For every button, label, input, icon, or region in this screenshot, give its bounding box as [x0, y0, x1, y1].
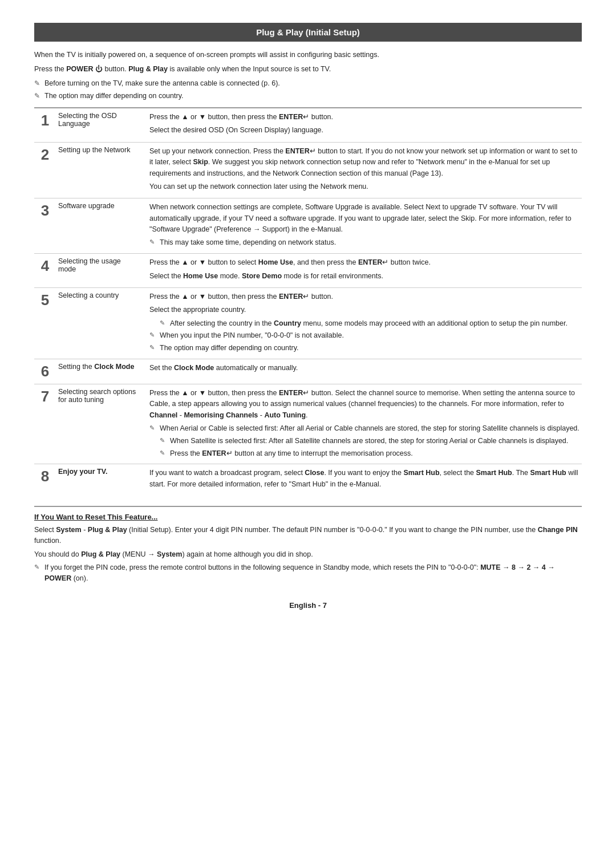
step-5-note3: The option may differ depending on count… [149, 343, 579, 354]
step-num-5: 5 [34, 287, 56, 359]
step-content-4: Press the ▲ or ▼ button to select Home U… [147, 254, 582, 288]
step-7-note1: When Aerial or Cable is selected first: … [149, 423, 579, 434]
step-row-6: 6 Setting the Clock Mode Set the Clock M… [34, 359, 582, 384]
step-num-3: 3 [34, 198, 56, 254]
reset-text-2: You should do Plug & Play (MENU → System… [34, 549, 582, 560]
step-row-8: 8 Enjoy your TV. If you want to watch a … [34, 464, 582, 496]
step-num-2: 2 [34, 142, 56, 198]
step-content-6: Set the Clock Mode automatically or manu… [147, 359, 582, 384]
step-num-4: 4 [34, 254, 56, 288]
step-3-note: This may take some time, depending on ne… [149, 237, 579, 248]
step-content-7: Press the ▲ or ▼ button, then press the … [147, 384, 582, 464]
step-content-8: If you want to watch a broadcast program… [147, 464, 582, 496]
step-row-3: 3 Software upgrade When network connecti… [34, 198, 582, 254]
page-title: Plug & Play (Initial Setup) [34, 23, 582, 42]
step-label-6: Setting the Clock Mode [56, 359, 147, 384]
step-row-2: 2 Setting up the Network Set up your net… [34, 142, 582, 198]
intro-line2: Press the POWER ⏻ button. Plug & Play is… [34, 64, 582, 75]
intro-note1: Before turning on the TV, make sure the … [34, 78, 582, 89]
step-5-note2: When you input the PIN number, "0-0-0-0"… [149, 330, 579, 341]
step-label-8: Enjoy your TV. [56, 464, 147, 496]
reset-text-1: Select System - Plug & Play (Initial Set… [34, 525, 582, 547]
step-content-5: Press the ▲ or ▼ button, then press the … [147, 287, 582, 359]
step-num-8: 8 [34, 464, 56, 496]
step-7-note3: Press the ENTER↵ button at any time to i… [149, 448, 579, 459]
step-row-4: 4 Selecting the usagemode Press the ▲ or… [34, 254, 582, 288]
step-label-4: Selecting the usagemode [56, 254, 147, 288]
step-content-3: When network connection settings are com… [147, 198, 582, 254]
step-row-7: 7 Selecting search options for auto tuni… [34, 384, 582, 464]
step-row-1: 1 Selecting the OSD Language Press the ▲… [34, 108, 582, 142]
step-row-5: 5 Selecting a country Press the ▲ or ▼ b… [34, 287, 582, 359]
intro-line1: When the TV is initially powered on, a s… [34, 50, 582, 60]
step-num-6: 6 [34, 359, 56, 384]
step-label-7: Selecting search options for auto tuning [56, 384, 147, 464]
page-footer: English - 7 [34, 601, 582, 610]
step-num-1: 1 [34, 108, 56, 142]
page-container: Plug & Play (Initial Setup) When the TV … [34, 23, 582, 610]
step-5-note1: After selecting the country in the Count… [149, 318, 579, 329]
reset-note: If you forget the PIN code, press the re… [34, 562, 582, 584]
intro-note2: The option may differ depending on count… [34, 91, 582, 102]
reset-title: If You Want to Reset This Feature... [34, 513, 582, 521]
steps-table: 1 Selecting the OSD Language Press the ▲… [34, 107, 582, 496]
step-label-1: Selecting the OSD Language [56, 108, 147, 142]
step-content-2: Set up your network connection. Press th… [147, 142, 582, 198]
step-label-2: Setting up the Network [56, 142, 147, 198]
step-content-1: Press the ▲ or ▼ button, then press the … [147, 108, 582, 142]
step-label-3: Software upgrade [56, 198, 147, 254]
step-num-7: 7 [34, 384, 56, 464]
step-7-note2: When Satellite is selected first: After … [149, 436, 579, 447]
step-label-5: Selecting a country [56, 287, 147, 359]
reset-section: If You Want to Reset This Feature... Sel… [34, 506, 582, 584]
